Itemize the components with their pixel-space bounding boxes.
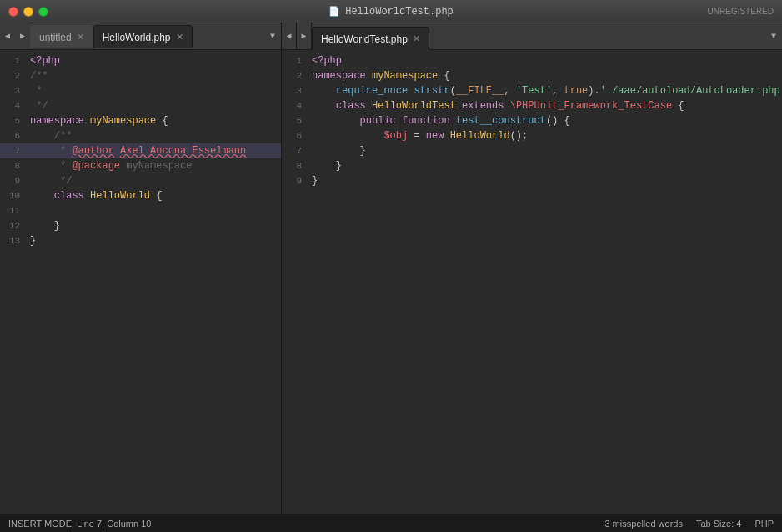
maximize-button[interactable] (38, 7, 48, 17)
left-tab-dropdown[interactable]: ▼ (264, 23, 281, 49)
registration-status: UNREGISTERED (708, 7, 774, 16)
status-spellcheck: 3 misspelled words (604, 519, 683, 529)
code-line-active: 7 * @author Axel Ancona Esselmann (0, 143, 281, 158)
right-tab-group: ◀ ▶ HelloWorldTest.php ✕ ▼ (282, 23, 782, 49)
code-line: 3 * (0, 83, 281, 98)
window-title: 📄 HelloWorldTest.php (328, 6, 454, 18)
left-pane: 1 <?php 2 /** 3 * 4 */ 5 namespace myNam… (0, 50, 282, 514)
tab-untitled-close[interactable]: ✕ (77, 33, 84, 42)
code-line: 13 } (0, 233, 281, 248)
title-bar: 📄 HelloWorldTest.php UNREGISTERED (0, 0, 782, 23)
code-line: 8 } (282, 158, 782, 173)
left-prev-tab-btn[interactable]: ◀ (0, 23, 15, 49)
code-line: 5 public function test__construct() { (282, 113, 782, 128)
tab-helloworldtest[interactable]: HelloWorldTest.php ✕ (312, 27, 429, 50)
file-icon: 📄 (328, 6, 340, 17)
code-line: 1 <?php (282, 53, 782, 68)
code-line: 8 * @package myNamespace (0, 158, 281, 173)
code-line: 2 namespace myNamespace { (282, 68, 782, 83)
code-line: 6 /** (0, 128, 281, 143)
status-mode: INSERT MODE, Line 7, Column 10 (8, 519, 604, 529)
tab-bar: ◀ ▶ untitled ✕ HelloWorld.php ✕ ▼ ◀ ▶ He… (0, 23, 782, 50)
minimize-button[interactable] (23, 7, 33, 17)
window-title-text: HelloWorldTest.php (345, 6, 454, 18)
tab-helloworld-label: HelloWorld.php (103, 32, 171, 43)
right-pane: 1 <?php 2 namespace myNamespace { 3 requ… (282, 50, 782, 514)
left-editor[interactable]: 1 <?php 2 /** 3 * 4 */ 5 namespace myNam… (0, 50, 281, 514)
window-controls[interactable] (8, 7, 48, 17)
right-next-tab-btn[interactable]: ▶ (297, 23, 312, 49)
left-next-tab-btn[interactable]: ▶ (15, 23, 30, 49)
code-line: 12 } (0, 218, 281, 233)
right-prev-tab-btn[interactable]: ◀ (282, 23, 297, 49)
code-line: 10 class HelloWorld { (0, 188, 281, 203)
code-line: 7 } (282, 143, 782, 158)
status-right: 3 misspelled words Tab Size: 4 PHP (604, 519, 774, 529)
code-line: 5 namespace myNamespace { (0, 113, 281, 128)
tab-untitled[interactable]: untitled ✕ (30, 25, 93, 48)
tab-helloworld-close[interactable]: ✕ (176, 33, 183, 42)
code-line: 1 <?php (0, 53, 281, 68)
status-tabsize: Tab Size: 4 (696, 519, 741, 529)
left-tab-group: ◀ ▶ untitled ✕ HelloWorld.php ✕ ▼ (0, 23, 282, 49)
right-editor[interactable]: 1 <?php 2 namespace myNamespace { 3 requ… (282, 50, 782, 514)
tab-helloworldtest-label: HelloWorldTest.php (321, 33, 408, 45)
close-button[interactable] (8, 7, 18, 17)
status-language: PHP (754, 519, 774, 529)
code-line: 9 */ (0, 173, 281, 188)
code-line: 4 */ (0, 98, 281, 113)
tab-helloworld[interactable]: HelloWorld.php ✕ (93, 25, 193, 48)
code-line: 9 } (282, 173, 782, 188)
tab-untitled-label: untitled (39, 32, 72, 43)
code-line: 6 $obj = new HelloWorld(); (282, 128, 782, 143)
right-tab-dropdown[interactable]: ▼ (765, 23, 782, 49)
code-line: 4 class HelloWorldTest extends \PHPUnit_… (282, 98, 782, 113)
code-line: 11 (0, 203, 281, 218)
code-line: 2 /** (0, 68, 281, 83)
tab-helloworldtest-close[interactable]: ✕ (413, 34, 420, 43)
status-bar: INSERT MODE, Line 7, Column 10 3 misspel… (0, 514, 782, 532)
main-content: 1 <?php 2 /** 3 * 4 */ 5 namespace myNam… (0, 50, 782, 514)
code-line: 3 require_once strstr(__FILE__, 'Test', … (282, 83, 782, 98)
